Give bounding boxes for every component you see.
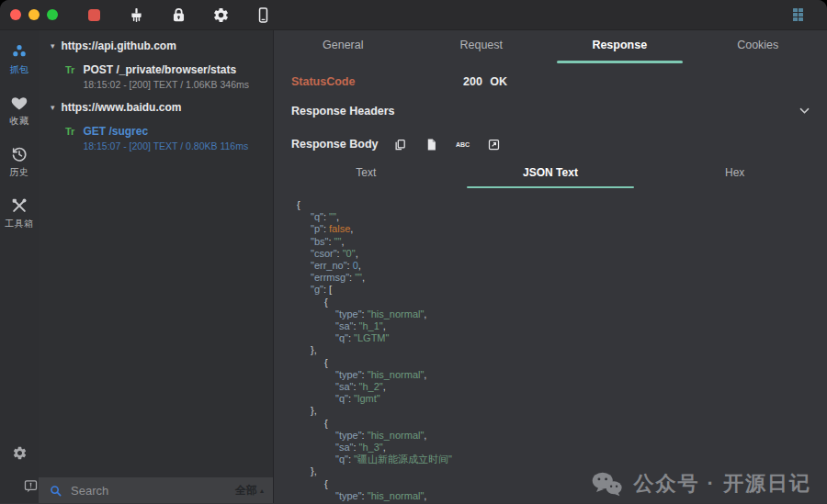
window-controls — [10, 9, 58, 20]
detail-tabs: General Request Response Cookies — [274, 30, 827, 63]
fullscreen-window-button[interactable] — [47, 9, 58, 20]
json-line: { — [297, 297, 827, 308]
filter-label: 全部 — [235, 483, 257, 498]
request-text: GET /sugrec 18:15:07 - [200] TEXT / 0.80… — [83, 126, 248, 151]
search-bar: 全部 ▴ — [39, 477, 273, 503]
request-list-panel: ▾ https://api.github.com Tr POST /_priva… — [39, 30, 274, 503]
layout-grid-icon[interactable] — [793, 8, 803, 21]
json-line: }, — [297, 344, 827, 356]
content-type-badge: Tr — [65, 64, 74, 90]
search-input[interactable] — [71, 484, 235, 498]
sidebar-item-toolbox[interactable]: 工具箱 — [5, 196, 34, 230]
sidebar-bottom — [0, 442, 40, 496]
json-line: { — [297, 199, 827, 211]
tab-request[interactable]: Request — [413, 39, 551, 63]
response-body-label: Response Body — [291, 138, 378, 151]
clear-requests-button[interactable] — [126, 5, 146, 25]
json-line: "q": "lgmt" — [297, 393, 827, 405]
tab-cookies[interactable]: Cookies — [689, 39, 827, 63]
open-in-new-icon — [487, 138, 501, 151]
json-line: { — [297, 357, 827, 369]
filter-dropdown[interactable]: 全部 ▴ — [235, 483, 264, 498]
settings-button[interactable] — [210, 5, 231, 25]
file-icon — [425, 138, 438, 151]
chevron-down-icon — [798, 104, 811, 118]
filter-caret-icon: ▴ — [260, 487, 264, 495]
clear-brush-icon — [128, 6, 145, 24]
response-headers-label: Response Headers — [291, 105, 395, 118]
response-body-row: Response Body — [274, 136, 827, 152]
request-text: POST /_private/browser/stats 18:15:02 - … — [83, 64, 249, 90]
json-line: "bs": "", — [297, 236, 827, 248]
response-body-json[interactable]: {"q": "","p": false,"bs": "","csor": "0"… — [274, 199, 827, 503]
close-window-button[interactable] — [10, 9, 21, 20]
collapse-caret-icon: ▾ — [51, 42, 55, 50]
copy-body-button[interactable] — [391, 136, 408, 152]
json-line: "sa": "h_4", — [297, 502, 827, 503]
mobile-connect-button[interactable] — [253, 5, 273, 25]
json-line: }, — [297, 405, 827, 417]
app-window: 抓包 收藏 历史 — [0, 0, 827, 504]
search-icon — [49, 484, 62, 498]
sidebar-item-label: 历史 — [10, 166, 29, 179]
json-line: "sa": "h_2", — [297, 381, 827, 393]
phone-icon — [255, 6, 272, 24]
status-row: StatusCode 200 OK — [274, 75, 827, 89]
domain-label: https://api.github.com — [62, 39, 176, 52]
record-stop-icon — [88, 9, 100, 21]
history-clock-icon — [10, 145, 28, 163]
ssl-lock-button[interactable] — [168, 5, 188, 25]
capture-icon — [10, 42, 28, 61]
domain-label: https://www.baidu.com — [62, 101, 182, 114]
stop-capture-button[interactable] — [84, 5, 104, 25]
content-type-badge: Tr — [65, 126, 74, 151]
domain-row-baidu[interactable]: ▾ https://www.baidu.com — [39, 92, 273, 116]
abc-encoding-icon: ABC — [456, 141, 470, 148]
request-meta: 18:15:07 - [200] TEXT / 0.80KB 116ms — [83, 140, 248, 151]
lock-icon — [170, 6, 187, 24]
request-meta: 18:15:02 - [200] TEXT / 1.06KB 346ms — [83, 79, 249, 90]
json-line: "q": "疆山新能源成立时间" — [297, 454, 827, 465]
sidebar-item-history[interactable]: 历史 — [10, 145, 29, 179]
sidebar-item-label: 工具箱 — [5, 218, 34, 230]
request-title: GET /sugrec — [83, 126, 248, 138]
json-line: "p": false, — [297, 223, 827, 235]
json-line: "sa": "h_1", — [297, 320, 827, 332]
feedback-button[interactable] — [20, 476, 40, 496]
status-code-value: 200 OK — [463, 75, 507, 88]
status-code-label: StatusCode — [291, 75, 355, 88]
tab-body-json-text[interactable]: JSON Text — [459, 166, 643, 188]
request-item-github-stats[interactable]: Tr POST /_private/browser/stats 18:15:02… — [39, 54, 273, 92]
json-line: "csor": "0", — [297, 248, 827, 260]
sidebar-item-label: 抓包 — [10, 63, 29, 76]
json-line: "errmsg": "", — [297, 272, 827, 284]
collapse-caret-icon: ▾ — [51, 104, 55, 112]
json-line: "sa": "h_3", — [297, 442, 827, 454]
tab-response[interactable]: Response — [550, 39, 689, 63]
sidebar-nav: 抓包 收藏 历史 — [0, 30, 39, 503]
encoding-button[interactable]: ABC — [454, 136, 470, 152]
tab-body-text[interactable]: Text — [274, 166, 459, 188]
tab-body-hex[interactable]: Hex — [642, 166, 827, 188]
tab-general[interactable]: General — [274, 39, 413, 63]
tools-icon — [10, 196, 28, 215]
json-line: "type": "his_normal", — [297, 308, 827, 320]
request-item-baidu-sugrec[interactable]: Tr GET /sugrec 18:15:07 - [200] TEXT / 0… — [39, 116, 273, 153]
watermark: 公众号 · 开源日记 — [591, 470, 811, 498]
open-body-button[interactable] — [485, 136, 502, 152]
gear-icon — [12, 445, 28, 461]
json-line: "g": [ — [297, 284, 827, 296]
json-line: "type": "his_normal", — [297, 430, 827, 442]
detail-panel: General Request Response Cookies StatusC… — [274, 30, 827, 503]
response-headers-toggle[interactable]: Response Headers — [274, 104, 827, 118]
json-line: { — [297, 418, 827, 430]
minimize-window-button[interactable] — [28, 9, 40, 20]
wechat-icon — [591, 471, 622, 497]
sidebar-item-favorites[interactable]: 收藏 — [10, 94, 29, 128]
preferences-button[interactable] — [9, 442, 29, 463]
main-area: 抓包 收藏 历史 — [0, 30, 827, 503]
domain-row-github[interactable]: ▾ https://api.github.com — [39, 30, 273, 54]
heart-icon — [10, 94, 28, 112]
sidebar-item-capture[interactable]: 抓包 — [10, 42, 29, 76]
save-body-button[interactable] — [423, 136, 439, 152]
